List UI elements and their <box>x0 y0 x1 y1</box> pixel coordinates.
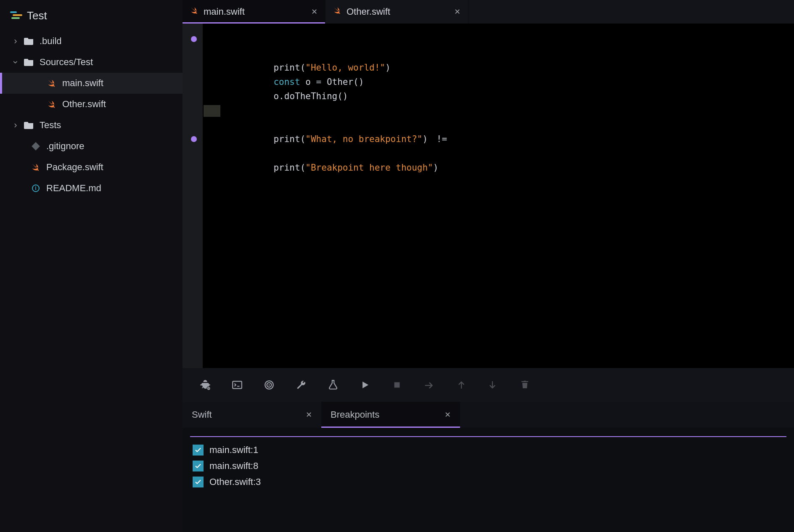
breakpoint-marker[interactable] <box>191 36 197 42</box>
code-line <box>220 118 794 132</box>
breakpoint-label: main.swift:8 <box>209 461 258 471</box>
tree-label: .gitignore <box>46 141 85 152</box>
tab-label: Swift <box>192 409 212 420</box>
svg-point-4 <box>268 384 270 385</box>
step-out-icon[interactable] <box>454 378 468 392</box>
editor-tabs: main.swift ✕ Other.swift ✕ <box>183 0 794 24</box>
token: ) <box>433 163 439 173</box>
swift-icon <box>190 6 198 17</box>
bottom-tab-breakpoints[interactable]: Breakpoints ✕ <box>321 402 460 428</box>
wrench-icon[interactable] <box>294 378 308 392</box>
tree-label: main.swift <box>62 78 103 89</box>
flask-icon[interactable] <box>326 378 340 392</box>
tab-label: main.swift <box>204 6 245 17</box>
code-line: print("Hello, world!") <box>220 32 794 46</box>
tree-label: Package.swift <box>46 162 103 173</box>
tree-item-build[interactable]: › .build <box>0 31 183 52</box>
token: "Breakpoint here though" <box>305 163 433 173</box>
project-title: Test <box>27 9 47 22</box>
chevron-down-icon: › <box>10 59 21 65</box>
breakpoint-marker[interactable] <box>191 136 197 142</box>
breakpoints-list: main.swift:1 main.swift:8 Other.swift:3 <box>183 440 794 492</box>
close-icon[interactable]: ✕ <box>306 410 312 419</box>
console-icon[interactable] <box>230 378 244 392</box>
tree-label: Sources/Test <box>40 57 93 68</box>
svg-rect-1 <box>233 381 242 388</box>
close-icon[interactable]: ✕ <box>454 7 461 16</box>
tree-item-other-swift[interactable]: Other.swift <box>0 94 183 115</box>
breakpoint-item[interactable]: main.swift:8 <box>193 461 784 471</box>
chevron-right-icon: › <box>13 120 19 131</box>
breakpoint-label: main.swift:1 <box>209 445 258 456</box>
tree-item-gitignore[interactable]: .gitignore <box>0 136 183 157</box>
close-icon[interactable]: ✕ <box>445 410 451 419</box>
bottom-panel: Swift ✕ Breakpoints ✕ main.swift:1 <box>183 402 794 532</box>
code-line: o.doTheThing() <box>220 75 794 89</box>
token: ( <box>300 163 306 173</box>
tree-item-package-swift[interactable]: Package.swift <box>0 157 183 178</box>
bottom-tabs: Swift ✕ Breakpoints ✕ <box>183 402 794 428</box>
current-line-marker <box>204 105 220 117</box>
editor-gutter[interactable] <box>183 24 203 368</box>
swift-icon <box>46 78 57 89</box>
git-icon <box>30 141 41 152</box>
tree-label: README.md <box>46 183 101 194</box>
code-line <box>220 46 794 61</box>
token: print <box>273 163 300 173</box>
editor-tab-main[interactable]: main.swift ✕ <box>183 0 326 24</box>
code-line: const o = Other() <box>220 61 794 75</box>
breakpoint-label: Other.swift:3 <box>209 477 261 487</box>
code-line: print("What, no breakpoint?") != <box>220 103 794 118</box>
folder-icon <box>24 120 34 131</box>
folder-icon <box>24 57 34 68</box>
tree-label: Other.swift <box>62 99 106 110</box>
swift-icon <box>46 99 57 110</box>
editor-tab-other[interactable]: Other.swift ✕ <box>326 0 468 24</box>
step-over-icon[interactable] <box>422 378 436 392</box>
trash-icon[interactable] <box>518 378 532 392</box>
tree-item-main-swift[interactable]: main.swift <box>0 73 183 94</box>
panel-divider <box>190 436 786 437</box>
play-icon[interactable] <box>358 378 372 392</box>
code-line: print("Breakpoint here though") <box>220 132 794 146</box>
folder-icon <box>24 36 34 47</box>
bug-icon[interactable] <box>198 378 212 392</box>
code-line <box>220 89 794 103</box>
tab-label: Breakpoints <box>331 409 379 420</box>
tree-label: .build <box>40 36 62 47</box>
tree-item-readme[interactable]: i README.md <box>0 178 183 199</box>
swift-icon <box>30 162 41 173</box>
debug-toolbar <box>183 368 794 402</box>
file-tree: › .build › Sources/Test main.swift <box>0 31 183 199</box>
code-editor[interactable]: print("Hello, world!") const o = Other()… <box>183 24 794 368</box>
sidebar: Test › .build › Sources/Test <box>0 0 183 532</box>
svg-rect-5 <box>394 382 400 388</box>
chevron-right-icon: › <box>13 36 19 47</box>
tree-label: Tests <box>40 120 61 131</box>
swift-icon <box>333 6 341 17</box>
breakpoint-item[interactable]: Other.swift:3 <box>193 477 784 487</box>
tab-label: Other.swift <box>347 6 390 17</box>
breakpoint-item[interactable]: main.swift:1 <box>193 445 784 456</box>
tree-item-sources[interactable]: › Sources/Test <box>0 52 183 73</box>
target-icon[interactable] <box>262 378 276 392</box>
project-icon <box>10 11 21 21</box>
checkbox-checked-icon[interactable] <box>193 445 204 456</box>
project-header: Test <box>0 9 183 31</box>
checkbox-checked-icon[interactable] <box>193 477 204 487</box>
bottom-tab-swift[interactable]: Swift ✕ <box>183 402 321 428</box>
tree-item-tests[interactable]: › Tests <box>0 115 183 136</box>
step-in-icon[interactable] <box>486 378 500 392</box>
stop-icon[interactable] <box>390 378 404 392</box>
info-icon: i <box>30 183 41 194</box>
close-icon[interactable]: ✕ <box>311 7 318 16</box>
checkbox-checked-icon[interactable] <box>193 461 204 471</box>
main-area: main.swift ✕ Other.swift ✕ print("Hello,… <box>183 0 794 532</box>
